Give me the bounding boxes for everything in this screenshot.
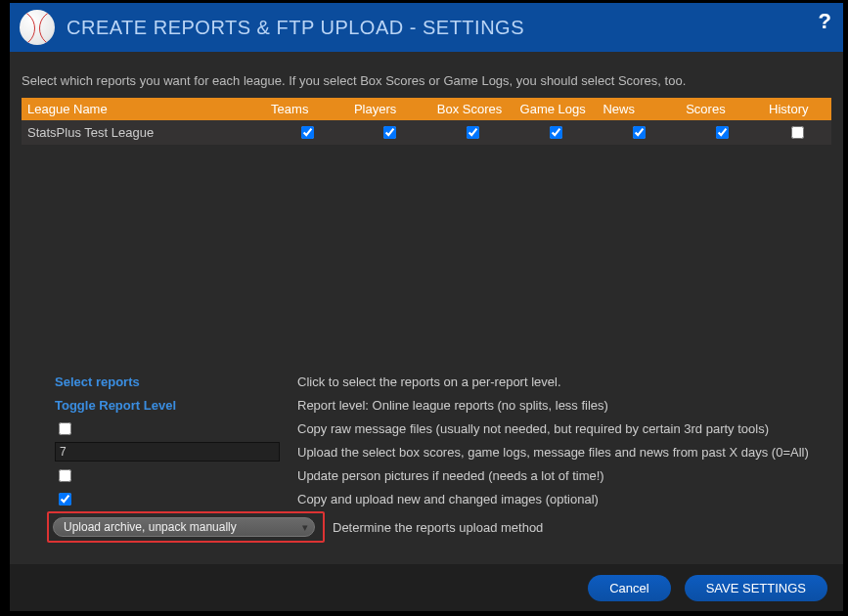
days-input[interactable] bbox=[55, 442, 280, 462]
checkbox-copy-images[interactable] bbox=[59, 493, 71, 506]
cancel-button[interactable]: Cancel bbox=[588, 575, 670, 601]
hint-text: Select which reports you want for each l… bbox=[22, 73, 831, 88]
dropdown-desc: Determine the reports upload method bbox=[333, 520, 543, 535]
col-teams: Teams bbox=[265, 98, 348, 120]
checkbox-update-pics[interactable] bbox=[59, 469, 71, 482]
footer: Cancel SAVE SETTINGS bbox=[10, 564, 843, 611]
cell-league: StatsPlus Test League bbox=[22, 120, 265, 145]
baseball-icon bbox=[20, 10, 55, 45]
col-news: News bbox=[597, 98, 680, 120]
save-button[interactable]: SAVE SETTINGS bbox=[685, 575, 827, 601]
toggle-level-desc: Report level: Online league reports (no … bbox=[297, 398, 608, 413]
options-panel: Select reports Click to select the repor… bbox=[22, 371, 831, 552]
col-league: League Name bbox=[22, 98, 265, 120]
upload-method-dropdown[interactable]: Upload archive, unpack manually ▾ bbox=[53, 517, 315, 537]
checkbox-news[interactable] bbox=[633, 126, 646, 139]
chevron-down-icon: ▾ bbox=[302, 521, 308, 534]
checkbox-game[interactable] bbox=[550, 126, 562, 139]
copy-images-desc: Copy and upload new and changed images (… bbox=[297, 492, 599, 506]
select-reports-desc: Click to select the reports on a per-rep… bbox=[297, 374, 561, 389]
content-area: Select which reports you want for each l… bbox=[10, 52, 843, 564]
table-header-row: League Name Teams Players Box Scores Gam… bbox=[22, 98, 831, 120]
settings-window: CREATE REPORTS & FTP UPLOAD - SETTINGS ?… bbox=[10, 3, 843, 611]
col-game: Game Logs bbox=[514, 98, 598, 120]
col-scores: Scores bbox=[680, 98, 763, 120]
table-row: StatsPlus Test League bbox=[22, 120, 831, 145]
copy-raw-desc: Copy raw message files (usually not need… bbox=[297, 421, 769, 436]
col-box: Box Scores bbox=[431, 98, 514, 120]
select-reports-link[interactable]: Select reports bbox=[55, 374, 140, 389]
col-players: Players bbox=[348, 98, 431, 120]
league-table: League Name Teams Players Box Scores Gam… bbox=[22, 98, 831, 145]
checkbox-teams[interactable] bbox=[301, 126, 314, 139]
titlebar: CREATE REPORTS & FTP UPLOAD - SETTINGS ? bbox=[10, 3, 843, 52]
checkbox-box[interactable] bbox=[467, 126, 479, 139]
checkbox-players[interactable] bbox=[383, 126, 396, 139]
checkbox-history[interactable] bbox=[791, 126, 804, 139]
dropdown-value: Upload archive, unpack manually bbox=[64, 520, 237, 534]
toggle-level-link[interactable]: Toggle Report Level bbox=[55, 398, 176, 413]
checkbox-copy-raw[interactable] bbox=[59, 422, 71, 435]
col-history: History bbox=[763, 98, 831, 120]
window-title: CREATE REPORTS & FTP UPLOAD - SETTINGS bbox=[67, 17, 524, 39]
help-icon[interactable]: ? bbox=[819, 9, 831, 34]
days-desc: Upload the select box scores, game logs,… bbox=[297, 445, 809, 460]
checkbox-scores[interactable] bbox=[716, 126, 729, 139]
update-pics-desc: Update person pictures if needed (needs … bbox=[297, 468, 604, 483]
dropdown-highlight: Upload archive, unpack manually ▾ bbox=[47, 511, 325, 543]
